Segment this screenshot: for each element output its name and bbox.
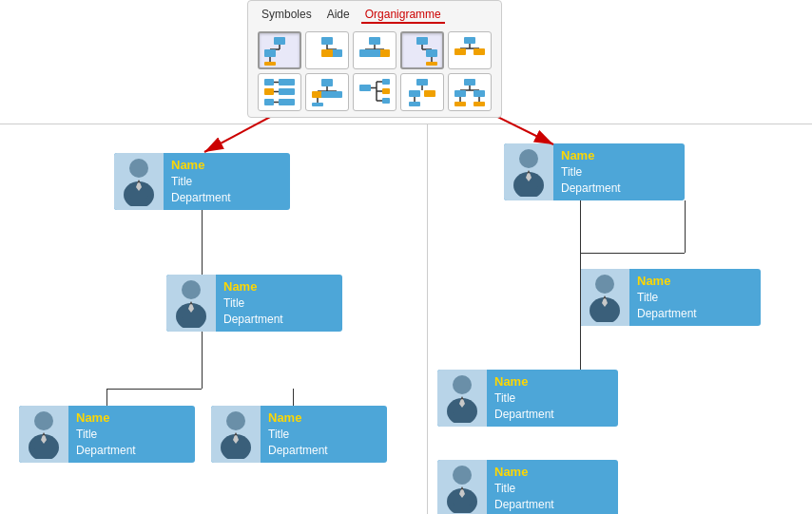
right-panel: Name Title Department Name Tit	[428, 124, 812, 514]
left-child2-right-info: Name Title Department	[261, 406, 336, 463]
svg-rect-63	[454, 90, 466, 97]
svg-rect-20	[426, 49, 437, 57]
left-child1-card[interactable]: Name Title Department	[166, 275, 342, 332]
svg-rect-33	[279, 88, 295, 95]
svg-point-74	[182, 280, 201, 299]
left-root-dept: Department	[171, 190, 231, 206]
left-root-name: Name	[171, 157, 231, 174]
right-child1-avatar	[580, 269, 629, 326]
right-child1-name: Name	[637, 273, 697, 290]
right-child2-bottom-card[interactable]: Name Title Department	[437, 460, 618, 514]
layout-btn-10[interactable]	[448, 73, 492, 111]
left-child2-right-title: Title	[268, 427, 328, 443]
right-child1-info: Name Title Department	[629, 269, 705, 326]
toolbar-tabs: Symboles Aide Organigramme	[258, 7, 492, 24]
svg-rect-34	[264, 99, 274, 105]
main-area: Name Title Department Name Title	[0, 124, 812, 514]
right-child2-bottom-avatar	[437, 460, 487, 514]
left-root-card[interactable]: Name Title Department	[114, 153, 290, 210]
layout-btn-right-hanging[interactable]	[400, 31, 444, 69]
svg-rect-6	[321, 37, 333, 45]
left-child2-left-name: Name	[76, 409, 136, 427]
left-child2-left-dept: Department	[76, 443, 136, 459]
left-child1-dept: Department	[223, 312, 283, 328]
svg-rect-54	[416, 79, 428, 86]
svg-point-104	[453, 466, 472, 485]
svg-rect-64	[474, 90, 485, 97]
left-child2-right-name: Name	[268, 409, 328, 427]
right-root-avatar	[504, 143, 553, 200]
layout-btn-9[interactable]	[400, 73, 444, 111]
right-child1-card[interactable]: Name Title Department	[580, 269, 761, 326]
left-root-title: Title	[171, 174, 231, 190]
left-panel: Name Title Department Name Title	[0, 124, 428, 514]
svg-rect-0	[274, 37, 285, 45]
right-child2-top-dept: Department	[494, 407, 554, 423]
svg-point-79	[34, 411, 53, 430]
svg-point-94	[595, 275, 614, 294]
right-child1-dept: Department	[637, 306, 697, 322]
svg-rect-67	[454, 102, 466, 106]
layout-btn-3[interactable]	[353, 31, 396, 69]
tab-symboles[interactable]: Symboles	[258, 7, 316, 24]
svg-point-69	[129, 159, 148, 178]
left-child2-left-title: Title	[76, 427, 136, 443]
left-child2-left-card[interactable]: Name Title Department	[19, 406, 195, 463]
svg-rect-5	[264, 62, 276, 66]
svg-rect-30	[279, 79, 295, 86]
svg-rect-51	[382, 88, 390, 94]
right-child2-top-info: Name Title Department	[487, 370, 562, 427]
left-child1-avatar	[166, 275, 216, 332]
left-root-avatar	[114, 153, 164, 210]
right-child2-bottom-dept: Department	[494, 497, 554, 513]
svg-rect-36	[279, 99, 295, 105]
svg-rect-22	[426, 62, 437, 66]
layout-btn-2[interactable]	[305, 31, 349, 69]
layout-btn-left-hanging[interactable]	[258, 31, 301, 69]
svg-rect-49	[382, 79, 390, 85]
layout-btn-7[interactable]	[305, 73, 349, 111]
layout-btn-6[interactable]	[258, 73, 301, 111]
toolbar-row-1	[258, 31, 492, 69]
left-child2-left-avatar	[19, 406, 68, 463]
right-child2-top-title: Title	[494, 390, 554, 407]
svg-rect-27	[474, 48, 485, 55]
svg-rect-28	[264, 79, 274, 86]
right-root-name: Name	[561, 147, 621, 164]
right-child2-top-card[interactable]: Name Title Department	[437, 370, 618, 427]
svg-rect-17	[416, 37, 428, 45]
tab-aide[interactable]: Aide	[323, 7, 354, 24]
layout-btn-8[interactable]	[353, 73, 396, 111]
svg-rect-31	[264, 88, 274, 95]
svg-rect-68	[474, 102, 485, 106]
svg-rect-60	[464, 79, 475, 86]
right-root-info: Name Title Department	[553, 143, 628, 200]
left-child2-right-avatar	[211, 406, 261, 463]
svg-rect-3	[264, 49, 276, 57]
svg-rect-11	[369, 37, 380, 45]
svg-rect-26	[454, 48, 466, 55]
left-child2-right-card[interactable]: Name Title Department	[211, 406, 387, 463]
svg-rect-44	[312, 103, 323, 106]
svg-rect-56	[409, 90, 420, 97]
svg-rect-10	[321, 49, 333, 57]
left-child1-info: Name Title Department	[216, 275, 291, 332]
left-root-info: Name Title Department	[164, 153, 239, 210]
left-child1-name: Name	[223, 278, 283, 295]
svg-rect-42	[331, 91, 342, 98]
layout-btn-5[interactable]	[448, 31, 492, 69]
tab-organigramme[interactable]: Organigramme	[361, 7, 445, 24]
right-root-card[interactable]: Name Title Department	[504, 143, 685, 200]
svg-rect-37	[321, 79, 333, 86]
left-child2-left-info: Name Title Department	[68, 406, 144, 463]
left-child1-title: Title	[223, 295, 283, 312]
right-child2-bottom-info: Name Title Department	[487, 460, 562, 514]
right-root-title: Title	[561, 164, 621, 181]
svg-rect-45	[359, 85, 371, 91]
svg-rect-59	[409, 102, 420, 106]
svg-rect-57	[424, 90, 435, 97]
right-child2-top-name: Name	[494, 373, 554, 390]
right-root-dept: Department	[561, 181, 621, 197]
svg-rect-53	[382, 98, 390, 104]
toolbar-row-2	[258, 73, 492, 111]
